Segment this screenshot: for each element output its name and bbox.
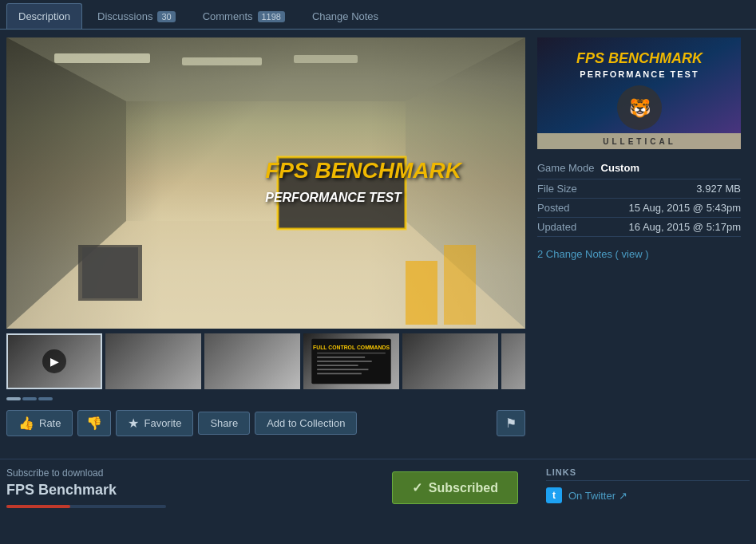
add-to-collection-label: Add to Collection bbox=[267, 417, 345, 429]
favorite-label: Favorite bbox=[144, 417, 181, 429]
progress-dot-3 bbox=[38, 397, 53, 400]
view-link[interactable]: ( view ) bbox=[615, 248, 649, 260]
main-content: FPS BENCHMARK PERFORMANCE TEST ▶ FULL CO… bbox=[0, 30, 756, 451]
add-to-collection-button[interactable]: Add to Collection bbox=[255, 412, 357, 435]
thumbs-up-icon: 👍 bbox=[18, 416, 34, 431]
tab-comments-label: Comments bbox=[203, 10, 253, 22]
tab-description[interactable]: Description bbox=[6, 3, 82, 29]
share-label: Share bbox=[210, 417, 238, 429]
star-icon: ★ bbox=[128, 416, 139, 431]
tab-changenotes[interactable]: Change Notes bbox=[300, 3, 390, 29]
svg-marker-4 bbox=[6, 221, 525, 329]
filesize-value: 3.927 MB bbox=[696, 183, 741, 195]
svg-rect-2 bbox=[182, 57, 262, 65]
thumbnail-progress bbox=[6, 394, 525, 404]
checkmark-icon: ✓ bbox=[412, 480, 422, 495]
play-button-icon: ▶ bbox=[42, 349, 66, 373]
tab-changenotes-label: Change Notes bbox=[312, 10, 378, 22]
tab-comments[interactable]: Comments 1198 bbox=[191, 3, 297, 29]
bottom-section: Subscribe to download FPS Benchmark ✓ Su… bbox=[0, 459, 756, 516]
game-mode-label: Game Mode bbox=[537, 162, 595, 174]
filesize-label: File Size bbox=[537, 183, 577, 195]
game-mode-row: Game Mode Custom bbox=[537, 157, 741, 179]
change-notes-link[interactable]: 2 Change Notes ( view ) bbox=[537, 248, 741, 260]
subscribed-button[interactable]: ✓ Subscribed bbox=[392, 471, 518, 504]
thumbnail-3[interactable] bbox=[204, 333, 300, 389]
updated-value: 16 Aug, 2015 @ 5:17pm bbox=[629, 221, 741, 233]
flag-icon: ⚑ bbox=[505, 416, 517, 431]
game-mode-value: Custom bbox=[601, 162, 639, 174]
tab-discussions[interactable]: Discussions 30 bbox=[85, 3, 188, 29]
rate-button[interactable]: 👍 Rate bbox=[6, 410, 73, 436]
svg-marker-9 bbox=[78, 245, 142, 301]
svg-marker-5 bbox=[6, 37, 126, 329]
tab-comments-badge: 1198 bbox=[258, 11, 285, 22]
links-section: LINKS t On Twitter ↗ bbox=[534, 467, 750, 508]
svg-text:FULL CONTROL COMMANDS: FULL CONTROL COMMANDS bbox=[313, 345, 390, 350]
thumbs-down-icon: 👎 bbox=[86, 416, 102, 431]
subscribe-section: Subscribe to download FPS Benchmark bbox=[6, 467, 376, 508]
twitter-link[interactable]: t On Twitter ↗ bbox=[546, 487, 750, 503]
right-column: FPS BENCHMARK PERFORMANCE TEST 🐯 ULLETIC… bbox=[525, 37, 741, 443]
thumbnails-strip: ▶ FULL CONTROL COMMANDS bbox=[6, 329, 525, 394]
thumbnail-6[interactable] bbox=[501, 333, 525, 389]
svg-rect-15 bbox=[317, 353, 386, 354]
posted-value: 15 Aug, 2015 @ 5:43pm bbox=[629, 202, 741, 214]
updated-label: Updated bbox=[537, 221, 576, 233]
tab-discussions-badge: 30 bbox=[157, 11, 175, 22]
svg-rect-1 bbox=[54, 53, 150, 63]
updated-row: Updated 16 Aug, 2015 @ 5:17pm bbox=[537, 218, 741, 237]
subscribed-label: Subscribed bbox=[429, 481, 498, 495]
change-notes-section: 2 Change Notes ( view ) bbox=[537, 237, 741, 260]
twitter-icon: t bbox=[546, 487, 562, 503]
thumbnail-5[interactable] bbox=[402, 333, 498, 389]
svg-text:🐯: 🐯 bbox=[629, 97, 651, 119]
thumbnail-2[interactable] bbox=[105, 333, 201, 389]
favorite-button[interactable]: ★ Favorite bbox=[116, 410, 193, 436]
progress-dot-2 bbox=[22, 397, 37, 400]
action-bar: 👍 Rate 👎 ★ Favorite Share Add to Collect… bbox=[6, 404, 525, 443]
thumbnail-1[interactable]: ▶ bbox=[6, 333, 102, 389]
filesize-row: File Size 3.927 MB bbox=[537, 179, 741, 199]
svg-rect-18 bbox=[317, 365, 358, 366]
svg-text:PERFORMANCE TEST: PERFORMANCE TEST bbox=[580, 69, 699, 79]
rate-label: Rate bbox=[39, 417, 61, 429]
posted-row: Posted 15 Aug, 2015 @ 5:43pm bbox=[537, 199, 741, 218]
svg-rect-11 bbox=[406, 261, 437, 325]
svg-rect-12 bbox=[444, 245, 476, 325]
flag-button[interactable]: ⚑ bbox=[497, 410, 525, 436]
posted-label: Posted bbox=[537, 202, 569, 214]
svg-marker-10 bbox=[82, 247, 138, 298]
left-column: FPS BENCHMARK PERFORMANCE TEST ▶ FULL CO… bbox=[6, 37, 525, 443]
svg-rect-17 bbox=[317, 361, 372, 362]
game-scene: FPS BENCHMARK PERFORMANCE TEST bbox=[6, 37, 525, 329]
svg-text:FPS BENCHMARK: FPS BENCHMARK bbox=[576, 50, 704, 66]
links-title: LINKS bbox=[546, 467, 750, 481]
thumbnail-4[interactable]: FULL CONTROL COMMANDS bbox=[303, 333, 399, 389]
game-preview-image: FPS BENCHMARK PERFORMANCE TEST 🐯 ULLETIC… bbox=[537, 37, 741, 149]
twitter-label: On Twitter ↗ bbox=[568, 490, 627, 502]
svg-rect-20 bbox=[317, 373, 362, 375]
thumbs-down-button[interactable]: 👎 bbox=[77, 410, 111, 436]
share-button[interactable]: Share bbox=[198, 412, 250, 435]
tabs-bar: Description Discussions 30 Comments 1198… bbox=[0, 0, 756, 30]
svg-marker-0 bbox=[6, 37, 525, 101]
tab-description-label: Description bbox=[18, 10, 70, 22]
download-progress-bar bbox=[6, 505, 166, 508]
subscribe-label: Subscribe to download bbox=[6, 467, 376, 479]
workshop-title: FPS Benchmark bbox=[6, 482, 376, 499]
download-bar-fill bbox=[6, 505, 70, 508]
progress-dot-1 bbox=[6, 397, 21, 400]
change-notes-count: 2 Change Notes bbox=[537, 248, 612, 260]
svg-text:ULLETICAL: ULLETICAL bbox=[603, 137, 676, 146]
svg-rect-19 bbox=[317, 369, 368, 370]
subscribed-area: ✓ Subscribed bbox=[392, 467, 518, 508]
svg-rect-16 bbox=[317, 357, 365, 358]
main-image[interactable]: FPS BENCHMARK PERFORMANCE TEST bbox=[6, 37, 525, 329]
tab-discussions-label: Discussions bbox=[97, 10, 152, 22]
svg-rect-3 bbox=[294, 55, 358, 63]
fps-text-overlay: FPS BENCHMARK PERFORMANCE TEST bbox=[265, 159, 461, 208]
